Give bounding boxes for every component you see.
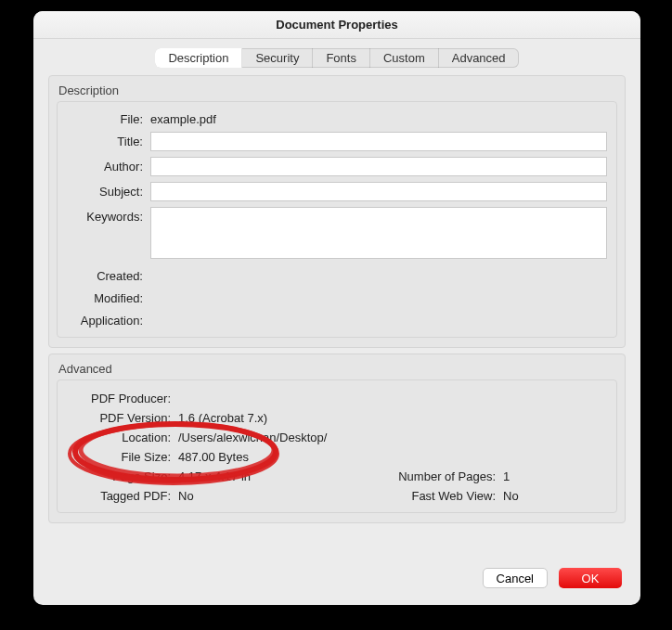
tagged-pdf-value: No <box>178 489 373 503</box>
fast-web-view-value: No <box>503 489 607 503</box>
location-value: /Users/alexwlchan/Desktop/ <box>178 431 327 444</box>
pdf-version-label: PDF Version: <box>67 411 178 425</box>
file-value: example.pdf <box>150 109 607 126</box>
application-label: Application: <box>67 311 150 328</box>
subject-input[interactable] <box>150 182 607 201</box>
description-group-label: Description <box>49 76 625 101</box>
author-label: Author: <box>67 157 150 174</box>
number-of-pages-value: 1 <box>503 469 607 483</box>
advanced-inner-panel: PDF Producer: PDF Version: 1.6 (Acrobat … <box>57 379 617 513</box>
tab-bar: Description Security Fonts Custom Advanc… <box>33 39 640 75</box>
tab-security[interactable]: Security <box>242 48 313 68</box>
modified-label: Modified: <box>67 289 150 305</box>
application-value <box>150 311 607 314</box>
modified-value <box>150 289 607 291</box>
page-size-value: 4.17 x 4.17 in <box>178 469 373 483</box>
pdf-producer-label: PDF Producer: <box>67 392 178 405</box>
ok-button[interactable]: OK <box>559 568 622 588</box>
author-input[interactable] <box>150 157 607 176</box>
tab-advanced[interactable]: Advanced <box>439 48 519 68</box>
tagged-pdf-label: Tagged PDF: <box>67 489 178 503</box>
advanced-group: Advanced PDF Producer: PDF Version: 1.6 … <box>48 354 626 523</box>
subject-label: Subject: <box>67 182 150 199</box>
keywords-input[interactable] <box>150 207 607 259</box>
cancel-button[interactable]: Cancel <box>483 568 548 588</box>
dialog-footer: Cancel OK <box>483 568 622 588</box>
description-inner-panel: File: example.pdf Title: Author: Subject… <box>57 101 617 338</box>
document-properties-window: Document Properties Description Security… <box>33 11 640 605</box>
pdf-version-value: 1.6 (Acrobat 7.x) <box>178 411 373 425</box>
file-label: File: <box>67 109 150 126</box>
tab-fonts[interactable]: Fonts <box>313 48 370 68</box>
keywords-label: Keywords: <box>67 207 150 224</box>
created-value <box>150 266 607 269</box>
number-of-pages-label: Number of Pages: <box>373 469 503 483</box>
page-size-label: Page Size: <box>67 469 178 483</box>
title-input[interactable] <box>150 132 607 151</box>
fast-web-view-label: Fast Web View: <box>373 489 503 503</box>
created-label: Created: <box>67 266 150 283</box>
tab-description[interactable]: Description <box>155 48 242 68</box>
location-label: Location: <box>67 431 178 444</box>
pdf-producer-value <box>178 392 373 405</box>
file-size-label: File Size: <box>67 450 178 464</box>
window-title: Document Properties <box>33 11 640 39</box>
title-label: Title: <box>67 132 150 148</box>
tab-custom[interactable]: Custom <box>370 48 439 68</box>
description-group: Description File: example.pdf Title: Aut… <box>48 75 626 348</box>
tab-segmented-control: Description Security Fonts Custom Advanc… <box>155 48 518 68</box>
advanced-group-label: Advanced <box>49 354 625 379</box>
file-size-value: 487.00 Bytes <box>178 450 373 464</box>
